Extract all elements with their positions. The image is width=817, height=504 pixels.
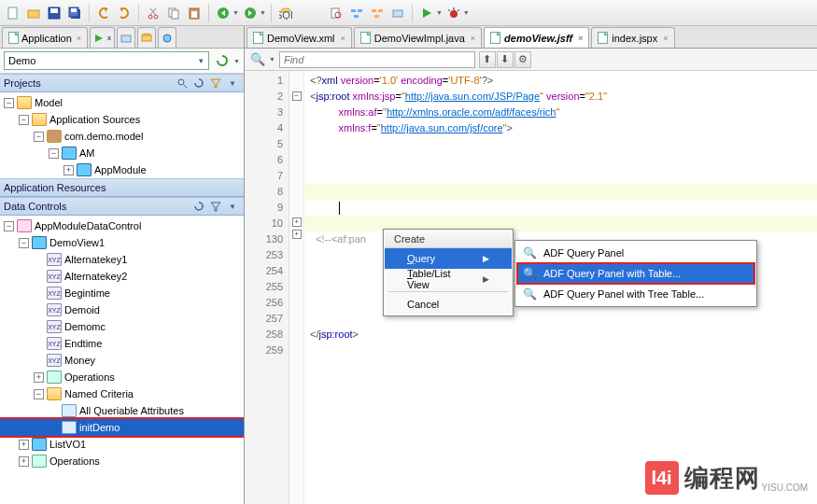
run-icon[interactable] <box>417 4 436 22</box>
data-controls-header[interactable]: Data Controls ▼ <box>0 197 244 216</box>
back-icon[interactable] <box>214 4 232 22</box>
sql-icon[interactable]: SQL <box>276 4 295 22</box>
context-menu-item[interactable]: Cancel <box>385 294 512 315</box>
expander-icon[interactable]: − <box>34 389 44 399</box>
query-submenu[interactable]: 🔍ADF Query Panel🔍ADF Query Panel with Ta… <box>514 240 757 307</box>
tree-node[interactable]: −DemoView1 <box>0 234 244 251</box>
run-dropdown[interactable]: ▼ <box>436 9 443 16</box>
tree-node[interactable]: XYZDemoid <box>0 301 244 318</box>
bookmark-icon[interactable] <box>388 4 407 22</box>
refresh-panel-icon[interactable] <box>191 199 206 214</box>
debug-icon[interactable] <box>444 4 463 22</box>
tree-node[interactable]: −com.demo.model <box>0 128 244 145</box>
tree-node[interactable]: +Operations <box>0 369 244 385</box>
tab-application[interactable]: Application× <box>2 27 88 48</box>
project-selector[interactable]: Demo ▼ <box>4 51 209 70</box>
find-options-button[interactable]: ⚙ <box>514 51 531 68</box>
panel-menu-dropdown[interactable]: ▼ <box>225 199 240 214</box>
tree-node[interactable]: −Named Criteria <box>0 385 244 402</box>
code-line[interactable]: xmlns:f="http://java.sun.com/jsf/core"> <box>310 120 817 136</box>
context-menu-item[interactable]: Table/List View▶ <box>385 269 512 289</box>
find-in-files-icon[interactable] <box>327 4 345 22</box>
code-line[interactable] <box>310 136 817 152</box>
redo-icon[interactable] <box>115 4 134 22</box>
projects-tree[interactable]: −Model−Application Sources−com.demo.mode… <box>0 92 244 178</box>
forward-icon[interactable] <box>241 4 260 22</box>
code-line[interactable] <box>310 343 817 358</box>
refresh-icon[interactable] <box>213 51 232 70</box>
close-icon[interactable]: × <box>578 34 583 43</box>
close-icon[interactable]: × <box>77 34 81 43</box>
tree-node[interactable]: −Application Sources <box>0 111 244 128</box>
tree-node[interactable]: −AppModuleDataControl <box>0 217 244 234</box>
tree-node[interactable]: XYZBegintime <box>0 285 244 301</box>
fold-column[interactable]: −++ <box>289 71 304 504</box>
tab-run[interactable]: x <box>90 27 115 48</box>
tree-node[interactable]: All Queriable Attributes <box>0 402 244 419</box>
editor-tab[interactable]: index.jspx× <box>591 27 674 48</box>
tab-svc[interactable] <box>158 27 176 48</box>
fold-toggle[interactable]: + <box>292 230 302 239</box>
close-icon[interactable]: × <box>471 34 475 43</box>
data-controls-tree[interactable]: −AppModuleDataControl−DemoView1XYZAltern… <box>0 216 244 504</box>
undo-icon[interactable] <box>94 4 113 22</box>
code-line[interactable] <box>310 200 817 216</box>
find-usages-icon[interactable] <box>347 4 366 22</box>
refresh-dropdown[interactable]: ▼ <box>233 58 240 64</box>
tree-node[interactable]: −AM <box>0 145 244 161</box>
code-line[interactable]: <jsp:root xmlns:jsp="http://java.sun.com… <box>310 89 817 105</box>
save-all-icon[interactable] <box>65 4 84 22</box>
expander-icon[interactable]: − <box>49 148 59 159</box>
filter-panel-icon[interactable] <box>208 76 223 91</box>
tree-node[interactable]: XYZMoney <box>0 352 244 369</box>
submenu-item[interactable]: 🔍ADF Query Panel with Tree Table... <box>517 284 754 304</box>
back-dropdown[interactable]: ▼ <box>232 9 239 16</box>
find-panel-icon[interactable] <box>175 76 190 91</box>
tree-node[interactable]: XYZEndtime <box>0 335 244 352</box>
find-prev-button[interactable]: ⬆ <box>479 51 496 68</box>
submenu-item[interactable]: 🔍ADF Query Panel with Table... <box>517 263 754 284</box>
expander-icon[interactable]: + <box>19 440 29 450</box>
tree-node[interactable]: XYZDemomc <box>0 318 244 335</box>
tab-db[interactable] <box>137 27 156 48</box>
paste-icon[interactable] <box>185 4 204 22</box>
tab-pkg[interactable] <box>117 27 135 48</box>
close-icon[interactable]: × <box>663 34 668 43</box>
projects-header[interactable]: Projects ▼ <box>0 74 244 92</box>
submenu-item[interactable]: 🔍ADF Query Panel <box>517 243 754 263</box>
filter-panel-icon[interactable] <box>208 199 223 214</box>
code-line[interactable] <box>310 152 817 168</box>
tree-node[interactable]: +ListVO1 <box>0 436 244 453</box>
forward-dropdown[interactable]: ▼ <box>260 9 266 16</box>
code-line[interactable]: xmlns:af="http://xmlns.oracle.com/adf/fa… <box>310 105 817 120</box>
copy-icon[interactable] <box>164 4 183 22</box>
context-menu[interactable]: Create Query▶Table/List View▶Cancel <box>383 229 514 316</box>
tree-node[interactable]: XYZAlternatekey1 <box>0 251 244 268</box>
tree-node[interactable]: +Operations <box>0 453 244 469</box>
tree-node[interactable]: XYZAlternatekey2 <box>0 268 244 285</box>
expander-icon[interactable]: + <box>19 456 29 467</box>
find-next-button[interactable]: ⬇ <box>497 51 514 68</box>
editor-tab[interactable]: demoView.jsff× <box>484 27 589 48</box>
code-line[interactable]: </jsp:root> <box>310 327 817 343</box>
fold-toggle[interactable]: − <box>292 91 302 101</box>
save-icon[interactable] <box>45 4 63 22</box>
find-dropdown[interactable]: ▼ <box>269 56 275 63</box>
code-line[interactable] <box>310 168 817 184</box>
expander-icon[interactable]: − <box>19 238 29 248</box>
tree-node[interactable]: −Model <box>0 94 244 111</box>
expander-icon[interactable]: − <box>4 221 14 231</box>
app-resources-header[interactable]: Application Resources <box>0 178 244 197</box>
code-line[interactable]: <?xml version='1.0' encoding='UTF-8'?> <box>310 73 817 89</box>
binoculars-icon[interactable]: 🔍 <box>248 50 267 69</box>
editor-tab[interactable]: DemoViewImpl.java× <box>354 27 482 48</box>
fold-toggle[interactable]: + <box>292 217 302 227</box>
cut-icon[interactable] <box>144 4 162 22</box>
new-icon[interactable] <box>4 4 22 22</box>
tree-node[interactable]: initDemo <box>0 419 244 436</box>
refresh-panel-icon[interactable] <box>191 76 206 91</box>
highlight-icon[interactable] <box>368 4 387 22</box>
expander-icon[interactable]: − <box>34 132 44 142</box>
close-icon[interactable]: × <box>341 34 345 43</box>
expander-icon[interactable]: − <box>4 98 14 108</box>
